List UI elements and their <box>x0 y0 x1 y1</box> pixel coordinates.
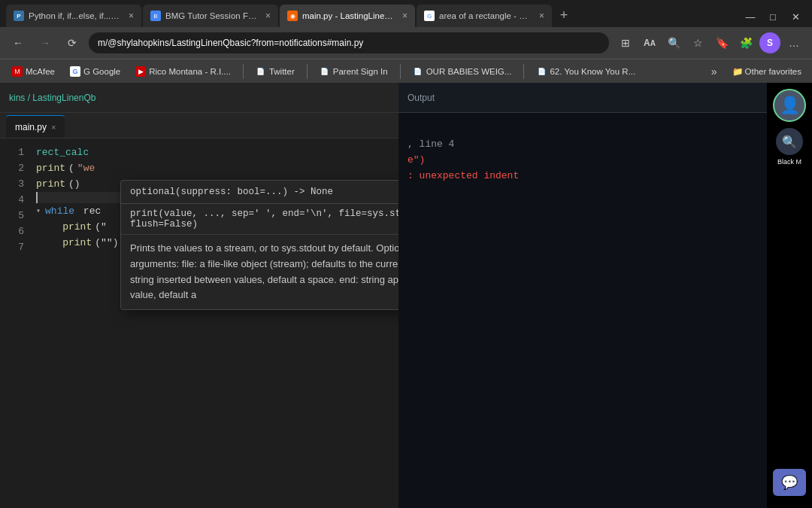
terminal-line-2: e") <box>408 153 758 169</box>
avatar-image: 👤 <box>780 96 800 115</box>
bookmark-twitter[interactable]: 📄 Twitter <box>250 64 301 79</box>
code-token <box>36 235 59 251</box>
rico-favicon: ▶ <box>135 66 146 77</box>
bookmark-google[interactable]: G G Google <box>64 64 126 79</box>
font-icon[interactable]: AA <box>639 32 660 53</box>
bookmark-separator-3 <box>400 64 401 79</box>
content-area: kins / LastingLinenQb main.py × 1 2 3 4 … <box>0 83 812 508</box>
twitter-favicon: 📄 <box>256 66 266 77</box>
google-favicon: G <box>70 66 80 77</box>
terminal-error-text: e") <box>408 154 425 166</box>
star-icon[interactable]: ☆ <box>687 32 708 53</box>
code-token: ("") <box>95 235 118 251</box>
code-token: while <box>45 203 74 219</box>
bookmark-62[interactable]: 📄 62. You Know You R... <box>530 64 641 79</box>
tab-favicon-python: P <box>14 11 24 21</box>
code-editor[interactable]: 1 2 3 4 5 6 7 rect_calc print("we <box>0 138 398 508</box>
terminal-header: Output <box>398 83 767 113</box>
search-icon[interactable]: 🔍 <box>776 128 803 155</box>
line-num-6: 6 <box>18 224 24 239</box>
code-token: print <box>62 219 92 235</box>
bookmark-babies[interactable]: 📄 OUR BABIES WEIG... <box>407 64 518 79</box>
ide-tab-main-py[interactable]: main.py × <box>6 115 65 138</box>
forward-button[interactable]: → <box>35 32 56 53</box>
tooltip-body-text: Prints the values to a stream, or to sys… <box>130 242 398 300</box>
babies-favicon: 📄 <box>413 66 423 77</box>
bookmark-label-twitter: Twitter <box>269 67 295 76</box>
breadcrumb-text: kins / LastingLinenQb <box>9 93 95 103</box>
tab-favicon-replit: ◉ <box>287 11 298 21</box>
maximize-button[interactable]: □ <box>762 9 783 24</box>
ide-topbar: kins / LastingLinenQb <box>0 83 398 113</box>
terminal-info-text: , line 4 <box>408 138 454 150</box>
close-window-button[interactable]: ✕ <box>785 9 806 24</box>
address-input[interactable] <box>89 32 609 53</box>
minimize-button[interactable]: — <box>740 9 761 24</box>
code-token: ( <box>68 160 74 176</box>
ide-tab-close[interactable]: × <box>51 123 56 132</box>
bookmarks-more: » 📁 Other favorites <box>704 61 806 82</box>
code-token: print <box>36 176 65 192</box>
back-button[interactable]: ← <box>8 32 29 53</box>
extensions-icon[interactable]: 🧩 <box>735 32 756 53</box>
tab-google[interactable]: G area of a rectangle - Goo... × <box>417 5 552 27</box>
line-num-4: 4 <box>18 192 24 208</box>
terminal-header-label: Output <box>408 93 435 103</box>
more-options-icon[interactable]: … <box>783 32 804 53</box>
cast-icon[interactable]: ⊞ <box>615 32 636 53</box>
right-sidebar: 👤 🔍 Black M <box>767 83 812 508</box>
bookmark-rico[interactable]: ▶ Rico Montana - R.I.... <box>129 64 237 79</box>
tab-close-google[interactable]: × <box>539 11 544 21</box>
search-page-icon[interactable]: 🔍 <box>663 32 684 53</box>
more-bookmarks-button[interactable]: » <box>704 61 725 82</box>
browser-frame: P Python if, if...else, if...elif... × B… <box>0 0 812 508</box>
bookmark-separator <box>243 64 244 79</box>
tab-close-replit[interactable]: × <box>402 11 408 21</box>
bookmarks-bar: M McAfee G G Google ▶ Rico Montana - R.I… <box>0 59 812 83</box>
window-controls: — □ ✕ <box>740 9 806 27</box>
avatar: 👤 <box>773 89 806 122</box>
tab-replit[interactable]: ◉ main.py - LastingLinenQb... × <box>280 5 415 27</box>
tab-bmg[interactable]: B BMG Tutor Session Feedb... × <box>143 5 278 27</box>
line-num-5: 5 <box>18 208 24 224</box>
address-bar: ← → ⟳ ⊞ AA 🔍 ☆ 🔖 🧩 S … <box>0 27 812 59</box>
terminal-error-indent: : unexpected indent <box>408 170 519 181</box>
reload-button[interactable]: ⟳ <box>62 32 83 53</box>
bookmark-icon[interactable]: 🔖 <box>711 32 732 53</box>
code-token: print <box>62 235 92 251</box>
profile-avatar[interactable]: S <box>759 32 780 53</box>
toolbar-icons: ⊞ AA 🔍 ☆ 🔖 🧩 S … <box>615 32 804 53</box>
bookmark-mcafee[interactable]: M McAfee <box>6 64 61 79</box>
bookmark-label-google: G Google <box>83 67 120 76</box>
tab-close-bmg[interactable]: × <box>265 11 271 21</box>
fold-arrow[interactable]: ▾ <box>36 203 41 219</box>
tooltip-signature: print(value, ..., sep=' ', end='\n', fil… <box>121 204 398 235</box>
code-token: () <box>68 176 80 192</box>
code-token: "we <box>77 160 95 176</box>
sidebar-label: Black M <box>777 158 801 166</box>
chat-button[interactable]: 💬 <box>773 469 806 496</box>
bookmark-separator-2 <box>307 64 308 79</box>
tooltip-sig-line2: flush=False) <box>130 219 398 230</box>
code-line-1: rect_calc <box>36 144 392 160</box>
code-token <box>36 219 59 235</box>
code-line-2: print("we <box>36 160 392 176</box>
parent-signin-favicon: 📄 <box>320 66 330 77</box>
chat-icon: 💬 <box>781 474 798 491</box>
mcafee-favicon: M <box>12 66 23 77</box>
tab-close-python[interactable]: × <box>129 11 134 21</box>
ide-file-tabs: main.py × <box>0 113 398 138</box>
breadcrumb: kins / LastingLinenQb <box>9 93 95 103</box>
tab-favicon-google: G <box>424 11 435 21</box>
tab-python[interactable]: P Python if, if...else, if...elif... × <box>6 5 141 27</box>
new-tab-button[interactable]: + <box>553 5 574 26</box>
bookmark-parent-signin[interactable]: 📄 Parent Sign In <box>314 64 394 79</box>
terminal-line-1: , line 4 <box>408 137 758 153</box>
tooltip-sig-line1: print(value, ..., sep=' ', end='\n', fil… <box>130 208 398 219</box>
line-num-1: 1 <box>18 144 24 160</box>
bookmark-separator-4 <box>523 64 524 79</box>
tab-label-google: area of a rectangle - Goo... <box>439 11 532 20</box>
other-favorites-folder[interactable]: 📁 Other favorites <box>728 64 806 79</box>
line-numbers: 1 2 3 4 5 6 7 <box>0 138 30 508</box>
terminal-area: Output , line 4 e") : unexpected indent … <box>398 83 767 508</box>
